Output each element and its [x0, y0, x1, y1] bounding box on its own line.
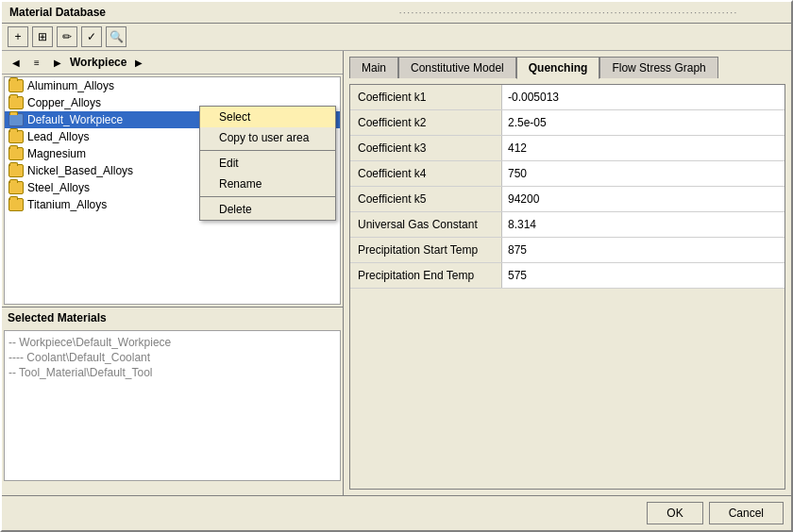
field-label-end: Precipitation End Temp — [350, 264, 501, 287]
context-menu-copy[interactable]: Copy to user area — [200, 127, 335, 148]
bottom-bar: OK Cancel — [2, 495, 791, 530]
forward-button[interactable]: ▶ — [49, 54, 66, 71]
field-input-k3[interactable] — [501, 136, 785, 160]
folder-icon — [8, 96, 24, 109]
field-row-k1: Coefficient k1 — [350, 85, 785, 110]
duplicate-button[interactable]: ⊞ — [32, 26, 53, 47]
tree-item-label: Lead_Alloys — [27, 130, 89, 143]
field-label-k4: Coefficient k4 — [350, 162, 501, 185]
sm-item-workpiece: -- Workpiece\Default_Workpiece — [8, 335, 336, 350]
field-label-gas: Universal Gas Constant — [350, 213, 501, 236]
selected-materials-panel: Selected Materials -- Workpiece\Default_… — [2, 307, 343, 495]
folder-icon — [8, 113, 24, 126]
tree-item-aluminum[interactable]: Aluminum_Alloys — [5, 77, 340, 94]
field-row-k5: Coefficient k5 — [350, 187, 785, 212]
field-label-k2: Coefficient k2 — [350, 111, 501, 134]
search-button[interactable]: 🔍 — [106, 26, 127, 47]
check-button[interactable]: ✓ — [81, 26, 102, 47]
nav-bar: ◀ ≡ ▶ Workpiece ▶ — [2, 51, 343, 75]
window-title: Material Database — [9, 6, 394, 19]
back-button[interactable]: ◀ — [8, 54, 25, 71]
context-menu-edit[interactable]: Edit — [200, 153, 335, 174]
folder-icon — [8, 79, 24, 92]
fields-area: Coefficient k1 Coefficient k2 Coefficien… — [349, 84, 785, 490]
nav-workpiece-label: Workpiece — [70, 56, 127, 69]
field-row-k4: Coefficient k4 — [350, 161, 785, 187]
tree-item-label: Copper_Alloys — [27, 96, 101, 109]
field-input-start[interactable] — [501, 238, 785, 262]
field-input-k1[interactable] — [501, 85, 785, 109]
context-menu-select[interactable]: Select — [200, 107, 335, 127]
tree-item-label: Steel_Alloys — [27, 181, 90, 194]
field-row-k3: Coefficient k3 — [350, 136, 785, 161]
field-label-k3: Coefficient k3 — [350, 137, 501, 159]
tab-constitutive[interactable]: Constitutive Model — [398, 57, 516, 78]
main-window: Material Database ······················… — [0, 0, 793, 532]
field-row-k2: Coefficient k2 — [350, 110, 785, 136]
field-label-k1: Coefficient k1 — [350, 86, 501, 108]
folder-icon — [8, 198, 24, 211]
context-menu-delete[interactable]: Delete — [200, 199, 335, 220]
toolbar: + ⊞ ✏ ✓ 🔍 — [2, 24, 791, 51]
field-input-k2[interactable] — [501, 110, 785, 135]
right-panel: Main Constitutive Model Quenching Flow S… — [344, 51, 791, 495]
title-bar: Material Database ······················… — [2, 2, 791, 24]
sm-item-coolant: ---- Coolant\Default_Coolant — [8, 350, 336, 365]
context-menu-sep1 — [200, 150, 335, 151]
folder-icon — [8, 130, 24, 143]
context-menu-rename[interactable]: Rename — [200, 174, 335, 194]
edit-button[interactable]: ✏ — [57, 26, 77, 47]
folder-icon — [8, 147, 24, 160]
folder-icon — [8, 164, 24, 177]
field-input-k5[interactable] — [501, 187, 785, 211]
tree-item-label: Magnesium — [27, 147, 86, 160]
field-input-end[interactable] — [501, 263, 785, 288]
main-content: ◀ ≡ ▶ Workpiece ▶ Aluminum_Alloys Copper… — [2, 51, 791, 495]
context-menu: Select Copy to user area Edit Rename Del… — [199, 106, 336, 221]
tree-item-label: Aluminum_Alloys — [27, 79, 114, 92]
selected-materials-title: Selected Materials — [2, 308, 343, 328]
field-row-start: Precipitation Start Temp — [350, 238, 785, 263]
cancel-button[interactable]: Cancel — [709, 502, 784, 524]
tab-main[interactable]: Main — [349, 57, 398, 78]
nav-arrow-button[interactable]: ▶ — [130, 54, 147, 71]
field-row-end: Precipitation End Temp — [350, 263, 785, 289]
field-label-k5: Coefficient k5 — [350, 188, 501, 210]
sm-item-tool: -- Tool_Material\Default_Tool — [8, 365, 336, 380]
tree-item-label: Default_Workpiece — [27, 113, 123, 126]
field-input-gas[interactable] — [501, 212, 785, 237]
add-button[interactable]: + — [8, 26, 28, 47]
ok-button[interactable]: OK — [647, 502, 702, 524]
field-label-start: Precipitation Start Temp — [350, 239, 501, 261]
tab-quenching[interactable]: Quenching — [516, 57, 600, 79]
context-menu-sep2 — [200, 196, 335, 197]
tab-flow-stress[interactable]: Flow Stress Graph — [599, 57, 717, 78]
list-button[interactable]: ≡ — [28, 54, 45, 71]
field-row-gas: Universal Gas Constant — [350, 212, 785, 238]
tree-item-label: Nickel_Based_Alloys — [27, 164, 133, 177]
field-input-k4[interactable] — [501, 161, 785, 186]
selected-materials-content: -- Workpiece\Default_Workpiece ---- Cool… — [4, 330, 341, 481]
tree-item-label: Titanium_Alloys — [27, 198, 107, 211]
tabs: Main Constitutive Model Quenching Flow S… — [349, 57, 785, 78]
folder-icon — [8, 181, 24, 194]
